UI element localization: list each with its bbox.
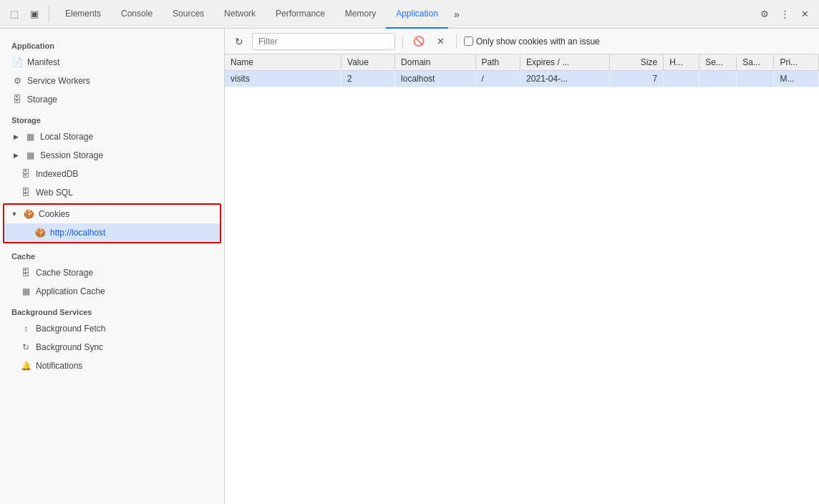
sidebar-item-notifications[interactable]: 🔔 Notifications — [0, 357, 224, 375]
content-toolbar: ↻ 🚫 ✕ Only show cookies with an issue — [225, 29, 819, 54]
device-icon[interactable]: ▣ — [26, 6, 43, 23]
sidebar-item-bg-sync[interactable]: ↻ Background Sync — [0, 338, 224, 357]
sidebar-item-label: Service Workers — [27, 76, 90, 86]
col-expires[interactable]: Expires / ... — [520, 54, 610, 71]
refresh-button[interactable]: ↻ — [231, 33, 248, 50]
tab-console[interactable]: Console — [111, 0, 163, 29]
notifications-icon: 🔔 — [20, 361, 32, 371]
sidebar-item-service-workers[interactable]: ⚙ Service Workers — [0, 72, 224, 90]
sidebar-item-cache-storage[interactable]: 🗄 Cache Storage — [0, 263, 224, 282]
col-priority[interactable]: Pri... — [774, 54, 819, 71]
sidebar-item-label: Web SQL — [36, 188, 73, 198]
sidebar-item-label: Application Cache — [36, 286, 105, 296]
section-storage: Storage — [0, 109, 224, 127]
section-cache: Cache — [0, 245, 224, 263]
manifest-icon: 📄 — [11, 57, 23, 67]
col-size[interactable]: Size — [610, 54, 664, 71]
sidebar-item-cookies[interactable]: 🍪 Cookies — [4, 205, 220, 223]
close-icon[interactable]: ✕ — [796, 6, 813, 23]
app-cache-icon: ▦ — [20, 286, 32, 296]
topbar-right: ⚙ ⋮ ✕ — [756, 6, 813, 23]
inspect-icon[interactable]: ⬚ — [6, 6, 23, 23]
cookies-group: 🍪 Cookies 🍪 http://localhost — [3, 203, 221, 243]
sidebar-item-label: Storage — [27, 94, 57, 105]
table-wrapper: Name Value Domain Path Expires / ... Siz… — [225, 54, 819, 504]
no-entry-icon[interactable]: 🚫 — [410, 33, 427, 50]
sidebar-item-local-storage[interactable]: ▦ Local Storage — [0, 127, 224, 146]
devtools-icons: ⬚ ▣ — [6, 6, 49, 23]
sidebar-item-session-storage[interactable]: ▦ Session Storage — [0, 146, 224, 165]
section-application: Application — [0, 34, 224, 53]
sidebar-item-bg-fetch[interactable]: ↕ Background Fetch — [0, 319, 224, 338]
sidebar-item-label: Local Storage — [40, 132, 93, 142]
tab-overflow[interactable]: » — [448, 9, 465, 20]
indexeddb-icon: 🗄 — [20, 169, 32, 179]
table-header-row: Name Value Domain Path Expires / ... Siz… — [225, 54, 819, 71]
sidebar-item-label: Notifications — [36, 361, 82, 371]
only-issues-checkbox[interactable] — [464, 37, 473, 46]
cookies-expand-icon — [10, 210, 19, 218]
table-row[interactable]: visits 2 localhost / 2021-04-... 7 M... — [225, 71, 819, 87]
session-storage-icon: ▦ — [24, 150, 36, 160]
web-sql-icon: 🗄 — [20, 188, 32, 198]
toolbar-divider-2 — [456, 34, 457, 49]
col-domain[interactable]: Domain — [395, 54, 476, 71]
sidebar-item-localhost[interactable]: 🍪 http://localhost — [4, 223, 220, 242]
cell-name: visits — [225, 71, 341, 87]
col-samesite[interactable]: Sa... — [737, 54, 774, 71]
sidebar-item-storage[interactable]: 🗄 Storage — [0, 90, 224, 109]
cell-expires: 2021-04-... — [520, 71, 610, 87]
sidebar-item-web-sql[interactable]: 🗄 Web SQL — [0, 183, 224, 202]
localhost-cookies-icon: 🍪 — [34, 228, 46, 238]
cell-size: 7 — [610, 71, 664, 87]
cache-storage-icon: 🗄 — [20, 268, 32, 278]
clear-filter-icon[interactable]: ✕ — [432, 33, 449, 50]
sidebar-item-label: Cookies — [39, 209, 69, 219]
sidebar-item-label: Session Storage — [40, 150, 103, 160]
cell-priority: M... — [774, 71, 819, 87]
col-secure[interactable]: Se... — [699, 54, 737, 71]
tab-application[interactable]: Application — [386, 0, 448, 29]
filter-input[interactable] — [252, 33, 395, 50]
table-row-empty — [225, 87, 819, 374]
sidebar-item-label: Background Fetch — [36, 324, 105, 334]
col-path[interactable]: Path — [475, 54, 520, 71]
sidebar: Application 📄 Manifest ⚙ Service Workers… — [0, 29, 225, 504]
cell-path: / — [475, 71, 520, 87]
sidebar-item-label: Background Sync — [36, 342, 103, 352]
sidebar-item-app-cache[interactable]: ▦ Application Cache — [0, 282, 224, 301]
tab-sources[interactable]: Sources — [163, 0, 214, 29]
only-issues-checkbox-label[interactable]: Only show cookies with an issue — [464, 37, 600, 47]
storage-icon: 🗄 — [11, 94, 23, 105]
only-issues-label: Only show cookies with an issue — [476, 37, 600, 47]
cell-domain: localhost — [395, 71, 476, 87]
sidebar-item-manifest[interactable]: 📄 Manifest — [0, 53, 224, 72]
tab-list: Elements Console Sources Network Perform… — [55, 0, 465, 28]
more-options-icon[interactable]: ⋮ — [776, 6, 793, 23]
bg-sync-icon: ↻ — [20, 342, 32, 352]
tab-network[interactable]: Network — [214, 0, 266, 29]
cell-value: 2 — [341, 71, 395, 87]
sidebar-item-indexeddb[interactable]: 🗄 IndexedDB — [0, 165, 224, 183]
section-bg-services: Background Services — [0, 301, 224, 319]
cookies-icon: 🍪 — [23, 209, 34, 219]
sidebar-item-label: Manifest — [27, 57, 59, 67]
tab-elements[interactable]: Elements — [55, 0, 111, 29]
content-pane: ↻ 🚫 ✕ Only show cookies with an issue Na… — [225, 29, 819, 504]
tab-memory[interactable]: Memory — [335, 0, 386, 29]
col-name[interactable]: Name — [225, 54, 341, 71]
bg-fetch-icon: ↕ — [20, 324, 32, 334]
service-workers-icon: ⚙ — [11, 76, 23, 86]
sidebar-item-label: Cache Storage — [36, 268, 93, 278]
settings-icon[interactable]: ⚙ — [756, 6, 773, 23]
local-storage-icon: ▦ — [24, 132, 36, 142]
col-value[interactable]: Value — [341, 54, 395, 71]
session-storage-expand-icon — [11, 151, 20, 160]
tab-performance[interactable]: Performance — [266, 0, 335, 29]
sidebar-item-label: IndexedDB — [36, 169, 78, 179]
main-layout: Application 📄 Manifest ⚙ Service Workers… — [0, 29, 819, 504]
cell-secure — [699, 71, 737, 87]
cell-httponly — [664, 71, 699, 87]
sidebar-item-label: http://localhost — [50, 228, 105, 238]
col-httponly[interactable]: H... — [664, 54, 699, 71]
